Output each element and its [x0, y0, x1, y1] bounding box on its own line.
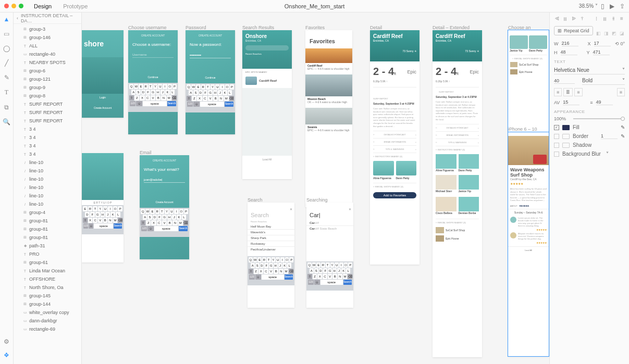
opacity-slider[interactable]	[573, 118, 625, 119]
device-preview-icon[interactable]: ▯	[601, 3, 605, 10]
layer-item[interactable]: ⊞group-144	[14, 300, 81, 308]
layer-item[interactable]: TLinda Mar Ocean	[14, 267, 81, 275]
layer-item[interactable]: TOFFSHORE	[14, 275, 81, 283]
fill-row[interactable]: ✓Fill✎	[554, 124, 625, 130]
artboard-label[interactable]: Password	[186, 25, 206, 30]
layer-item[interactable]: TSURF REPORT	[14, 100, 81, 108]
ellipse-tool-icon[interactable]: ◯	[3, 45, 10, 52]
layer-item[interactable]: TNorth Shore, Oa	[14, 283, 81, 292]
layers-icon[interactable]: ❖	[4, 352, 9, 359]
rotate-icon[interactable]: ⟲ 0°	[615, 41, 625, 46]
y-field[interactable]: 471	[593, 49, 610, 55]
layer-item[interactable]: ⊞group-3	[14, 25, 81, 33]
layer-item[interactable]: ⊞group-8	[14, 92, 81, 100]
layer-item[interactable]: ⊞group-4	[14, 208, 81, 217]
char-spacing-field[interactable]: 15	[563, 99, 579, 105]
layer-item[interactable]: ◆path-31	[14, 242, 81, 250]
layer-item[interactable]: /line-10	[14, 200, 81, 208]
play-preview-icon[interactable]: ▶	[610, 3, 614, 10]
artboard-email[interactable]: CREATE ACCOUNT What's your email? joan@a…	[140, 155, 189, 259]
boolean-ops[interactable]: ◧◨◩◪	[596, 31, 624, 36]
layer-item[interactable]: ⊞group-81	[14, 225, 81, 233]
artboard-label[interactable]: Detail	[370, 25, 382, 30]
layer-item[interactable]: /line-10	[14, 158, 81, 167]
artboard-label[interactable]: Favorites	[305, 25, 325, 30]
breadcrumb[interactable]: ‹ INSTRUCTOR DETAIL – DA…	[14, 12, 81, 24]
rect-tool-icon[interactable]: ▭	[4, 30, 9, 37]
repeat-grid-button[interactable]: ⊞ Repeat Grid	[554, 26, 593, 35]
share-icon[interactable]: ⇪	[620, 3, 625, 10]
artboard-detail-ext[interactable]: Cardiff Reef Encinitas, CA 73 Sunny ☀ 2 …	[433, 30, 482, 357]
layer-item[interactable]: ▭dann-darkbgr	[14, 317, 81, 325]
maximize-window[interactable]	[19, 4, 23, 8]
artboard-tool-icon[interactable]: ⧉	[4, 104, 9, 111]
layer-item[interactable]: ⊞group-9	[14, 83, 81, 92]
layer-item[interactable]: ⊞group-81	[14, 217, 81, 225]
prototype-tab[interactable]: Prototype	[63, 3, 88, 9]
symbols-icon[interactable]: ⚙	[4, 338, 9, 345]
artboard-splash[interactable]: shore Login Create Account	[82, 30, 124, 118]
font-weight-select[interactable]: Bold˅	[582, 77, 625, 85]
layer-item[interactable]: ⊞group-145	[14, 292, 81, 300]
close-window[interactable]	[4, 4, 9, 8]
shadow-row[interactable]: Shadow	[554, 142, 625, 148]
layer-item[interactable]: TSURF REPORT	[14, 117, 81, 125]
layer-item[interactable]: ⊞group-146	[14, 33, 81, 42]
border-row[interactable]: Border1✎	[554, 133, 625, 139]
artboard-password[interactable]: CREATE ACCOUNT Now a password: •••••••••…	[186, 30, 235, 134]
artboard-detail[interactable]: Cardiff Reef Encinitas, CA 73 Sunny ☀ 2 …	[370, 30, 420, 265]
minimize-window[interactable]	[11, 4, 16, 8]
artboard-searching[interactable]: ✕ Car| Cardiff Cardiff State Beach QWERT…	[306, 203, 353, 308]
layer-item[interactable]: T3 4	[14, 125, 81, 133]
artboard-label[interactable]: Email	[140, 150, 152, 155]
blur-row[interactable]: Background Blur˅	[554, 151, 625, 157]
layer-item[interactable]: ▭rectangle-40	[14, 50, 81, 58]
artboard-label[interactable]: Search Results	[242, 25, 274, 30]
layer-item[interactable]: ⊞group-6	[14, 67, 81, 75]
layer-item[interactable]: ⊞group-61	[14, 258, 81, 267]
height-field[interactable]: 48	[561, 49, 577, 55]
line-tool-icon[interactable]: ╱	[5, 59, 8, 67]
layer-item[interactable]: T3 4	[14, 142, 81, 150]
layer-item[interactable]: ⊞group-81	[14, 233, 81, 242]
artboard-label[interactable]: Searching	[306, 197, 328, 203]
design-tab[interactable]: Design	[34, 3, 52, 9]
layer-item[interactable]: /line-10	[14, 175, 81, 183]
layer-item[interactable]: ▭rectangle-69	[14, 325, 81, 333]
artboard-label[interactable]: Search	[248, 197, 263, 203]
artboard-shop-detail[interactable]: Wave Weapons Surf Shop Cardiff-by-the-Se…	[508, 132, 549, 356]
layer-item[interactable]: /line-10	[14, 167, 81, 175]
layer-item[interactable]: TNEARBY SPOTS	[14, 58, 81, 67]
text-align-controls[interactable]: ≡≣≡ ≡	[554, 88, 625, 96]
font-size-field[interactable]: 40	[554, 78, 575, 84]
layer-item[interactable]: T3 4	[14, 133, 81, 142]
artboard-search-results[interactable]: Onshore Encinitas, CA Recent Searches EP…	[242, 30, 292, 179]
text-tool-icon[interactable]: T	[5, 89, 8, 96]
artboard-choose-username[interactable]: CREATE ACCOUNT Choose a username: Userna…	[128, 30, 178, 134]
layer-item[interactable]: TPRO	[14, 250, 81, 258]
layer-item[interactable]: /line-10	[14, 192, 81, 200]
x-field[interactable]: 17	[594, 41, 611, 46]
layer-item[interactable]: ⊞group-121	[14, 75, 81, 83]
canvas[interactable]: Choose username Password Search Results …	[82, 12, 549, 364]
artboard-label[interactable]: iPhone 6 – 10	[508, 127, 537, 132]
zoom-level[interactable]: 38.5% ˅	[579, 3, 598, 9]
artboard-label[interactable]: Detail – Extended	[433, 25, 470, 30]
width-field[interactable]: 216	[562, 41, 578, 46]
zoom-tool-icon[interactable]: 🔍	[3, 118, 10, 125]
layer-item[interactable]: ▭white_overlay copy	[14, 308, 81, 317]
artboard-choose-instructor[interactable]: Janice Yip Dann Petty ›› RENTAL SHOPS NE…	[508, 30, 549, 132]
layer-item[interactable]: /line-10	[14, 183, 81, 192]
artboard-favorites[interactable]: Favorites Cardiff ReefEPIC — 4-6 ft wais…	[305, 30, 352, 207]
layer-item[interactable]: TSURF REPORT	[14, 108, 81, 117]
line-height-field[interactable]: 49	[596, 99, 613, 105]
layer-item[interactable]: TALL	[14, 42, 81, 50]
artboard-login[interactable]: E R T Y U I O P ERTYUIOP DFGHJKL ⇧XCVBNM…	[82, 153, 124, 262]
align-controls[interactable]: ⫷⫼⫸⫯ ⫶⫼⫵≡	[554, 16, 625, 22]
artboard-search[interactable]: ✕ Search Recent Searches Half Moon Bay M…	[248, 203, 294, 308]
layer-item[interactable]: T3 4	[14, 150, 81, 158]
artboard-label[interactable]: Choose username	[128, 25, 167, 30]
font-family-select[interactable]: Helvetica Neue˅	[554, 66, 625, 74]
pen-tool-icon[interactable]: ✎	[4, 74, 9, 81]
select-tool-icon[interactable]: ▲	[4, 16, 10, 23]
